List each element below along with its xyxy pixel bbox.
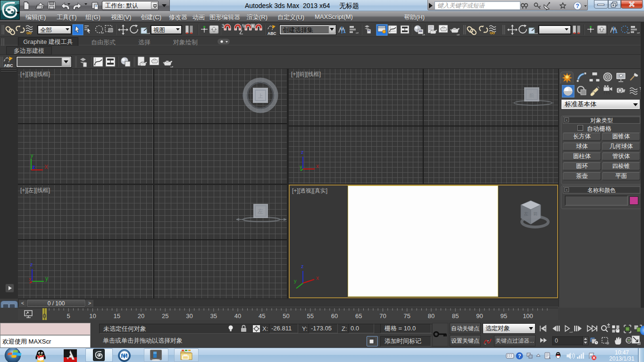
svg-text:85: 85 [452,312,459,320]
svg-text:45: 45 [259,312,265,320]
svg-text:左: 左 [257,208,263,215]
svg-text:50: 50 [283,312,289,320]
svg-text:%: % [242,24,246,29]
svg-text:75: 75 [404,312,410,320]
svg-text:ABC: ABC [268,31,276,36]
svg-text:35: 35 [210,312,217,320]
svg-text:15: 15 [114,312,120,320]
svg-text:y: y [45,275,48,282]
svg-text:视图: 视图 [153,27,165,34]
svg-text:95: 95 [501,312,507,320]
svg-text:z: z [301,149,304,155]
svg-text:5: 5 [67,312,70,320]
svg-text:x: x [316,275,319,281]
svg-text:创建选择集: 创建选择集 [283,26,313,34]
svg-text:左: 左 [524,211,528,216]
svg-text:40: 40 [234,312,241,320]
svg-text:y: y [31,152,33,158]
svg-text:南: 南 [258,108,263,113]
svg-text:100: 100 [523,312,533,320]
svg-text:?: ? [518,353,521,359]
svg-text:80: 80 [428,312,435,320]
svg-text:前: 前 [529,93,535,98]
svg-text:西: 西 [243,93,247,98]
svg-text:0: 0 [555,337,558,344]
svg-text:上: 上 [258,93,263,99]
svg-text:东: 东 [274,93,278,98]
svg-text:全部: 全部 [40,27,52,34]
svg-text:70: 70 [379,312,386,320]
svg-text:z: z [30,261,33,267]
svg-text:y: y [300,164,302,169]
svg-text:25: 25 [162,312,168,320]
svg-text:0: 0 [42,312,46,320]
svg-text:60: 60 [331,312,338,320]
svg-text:65: 65 [355,312,362,320]
svg-text:x: x [29,276,32,282]
svg-text:55: 55 [307,312,314,320]
svg-text:20: 20 [138,312,144,320]
svg-text:z: z [32,163,35,170]
svg-text:y: y [294,278,297,284]
svg-text:x: x [316,163,319,169]
svg-text:X: X [44,164,48,170]
svg-text:z: z [301,263,304,269]
svg-text:前: 前 [534,211,538,216]
svg-text:ABC: ABC [4,63,13,68]
svg-text:10: 10 [89,312,96,320]
svg-text:北: 北 [258,78,263,83]
svg-text:30: 30 [186,312,192,320]
svg-text:?: ? [576,3,579,9]
svg-text:3: 3 [222,24,225,29]
svg-text:90: 90 [476,312,483,320]
